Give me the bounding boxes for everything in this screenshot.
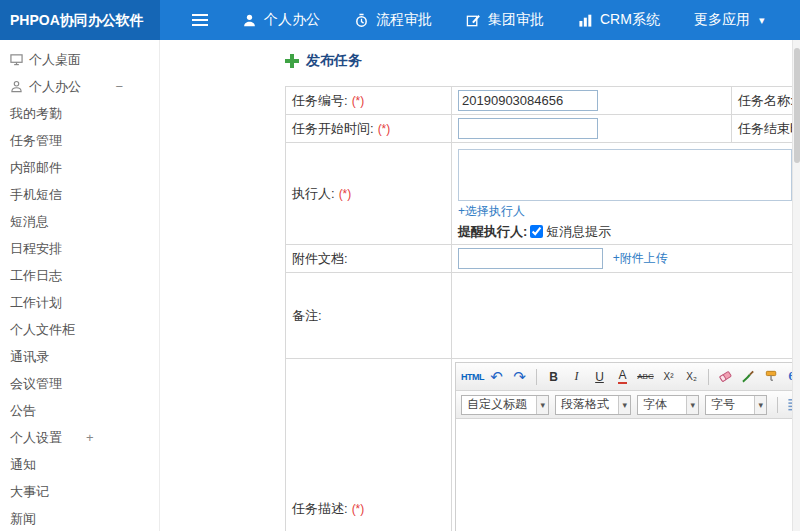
- sidebar-item-work-log[interactable]: 工作日志: [0, 262, 159, 289]
- executor-cell: +选择执行人 提醒执行人: 短消息提示: [452, 143, 793, 245]
- remark-label-cell: 备注:: [286, 273, 452, 359]
- sidebar-item-attendance[interactable]: 我的考勤: [0, 100, 159, 127]
- sidebar-item-meeting[interactable]: 会议管理: [0, 370, 159, 397]
- vertical-scrollbar[interactable]: [792, 40, 800, 531]
- sidebar-item-notice[interactable]: 通知: [0, 451, 159, 478]
- remark-textarea[interactable]: [458, 279, 792, 353]
- redo-button[interactable]: ↷: [509, 366, 530, 387]
- sidebar-item-label: 个人设置: [10, 429, 62, 447]
- sidebar-group-personal-office[interactable]: 个人办公 −: [0, 73, 159, 100]
- sidebar-item-task-management[interactable]: 任务管理: [0, 127, 159, 154]
- sidebar-item-label: 工作计划: [10, 294, 62, 312]
- sidebar-item-label: 个人桌面: [29, 51, 81, 69]
- executor-label-cell: 执行人:(*): [286, 143, 452, 245]
- sidebar-item-label: 个人办公: [29, 78, 81, 96]
- page-title: 发布任务: [285, 52, 362, 70]
- sidebar-item-desktop[interactable]: 个人桌面: [0, 46, 159, 73]
- attachment-label: 附件文档:: [292, 251, 348, 266]
- font-color-letter: A: [618, 369, 626, 384]
- font-color-button[interactable]: A: [612, 366, 633, 387]
- task-number-input[interactable]: [458, 90, 598, 111]
- editor-toolbar-row-2: 自定义标题 ▾ 段落格式 ▾ 字体 ▾ 字号 ▾: [456, 391, 792, 419]
- sidebar-item-announcement[interactable]: 公告: [0, 397, 159, 424]
- attachment-cell: +附件上传: [452, 245, 793, 273]
- sidebar-item-short-message[interactable]: 短消息: [0, 208, 159, 235]
- attachment-input[interactable]: [458, 248, 603, 269]
- subscript-button[interactable]: X₂: [681, 366, 702, 387]
- sidebar-item-label: 我的考勤: [10, 105, 62, 123]
- strikethrough-button[interactable]: ABC: [635, 366, 656, 387]
- chevron-down-icon: ▾: [686, 396, 698, 414]
- required-mark: (*): [339, 187, 352, 201]
- end-time-label-cell: 任务结束时间:(*): [732, 115, 793, 143]
- executor-textarea[interactable]: [458, 149, 792, 201]
- html-source-button[interactable]: HTML: [461, 366, 484, 387]
- task-number-label: 任务编号:: [292, 93, 348, 108]
- person-icon: [10, 80, 23, 93]
- toolbar-separator: [777, 397, 778, 413]
- editor-content-area[interactable]: [456, 419, 792, 531]
- sidebar-item-contacts[interactable]: 通讯录: [0, 343, 159, 370]
- format-brush-icon[interactable]: [738, 366, 759, 387]
- align-left-icon[interactable]: [784, 394, 792, 415]
- font-size-select[interactable]: 字号 ▾: [705, 395, 767, 415]
- expand-icon[interactable]: +: [86, 430, 94, 445]
- nav-crm-system[interactable]: CRM系统: [578, 11, 660, 29]
- sidebar-item-label: 手机短信: [10, 186, 62, 204]
- executor-label: 执行人:: [292, 186, 335, 201]
- sidebar-item-label: 日程安排: [10, 240, 62, 258]
- description-cell: HTML ↶ ↷ B I U A ABC X² X₂: [452, 359, 793, 531]
- sidebar-group-personal-settings[interactable]: 个人设置 +: [0, 424, 159, 451]
- sidebar-item-label: 内部邮件: [10, 159, 62, 177]
- bar-chart-icon: [578, 13, 593, 28]
- sidebar-item-internal-mail[interactable]: 内部邮件: [0, 154, 159, 181]
- nav-personal-office[interactable]: 个人办公: [242, 11, 320, 29]
- toolbar-separator: [536, 369, 537, 385]
- sidebar-item-label: 新闻: [10, 510, 36, 528]
- bold-button[interactable]: B: [543, 366, 564, 387]
- nav-label: CRM系统: [600, 11, 660, 29]
- start-time-input[interactable]: [458, 118, 598, 139]
- paragraph-format-select[interactable]: 段落格式 ▾: [555, 395, 631, 415]
- remind-executor-row: 提醒执行人: 短消息提示: [458, 223, 792, 241]
- page-title-text: 发布任务: [306, 52, 362, 70]
- scrollbar-thumb[interactable]: [794, 48, 800, 163]
- eraser-icon[interactable]: [715, 366, 736, 387]
- start-time-label-cell: 任务开始时间:(*): [286, 115, 452, 143]
- custom-title-select[interactable]: 自定义标题 ▾: [461, 395, 549, 415]
- editor-toolbar-row-1: HTML ↶ ↷ B I U A ABC X² X₂: [456, 363, 792, 391]
- sidebar-item-memorabilia[interactable]: 大事记: [0, 478, 159, 505]
- sidebar-item-work-plan[interactable]: 工作计划: [0, 289, 159, 316]
- sidebar-item-label: 通知: [10, 456, 36, 474]
- rich-text-editor: HTML ↶ ↷ B I U A ABC X² X₂: [455, 362, 792, 531]
- italic-button[interactable]: I: [566, 366, 587, 387]
- sidebar-item-mobile-sms[interactable]: 手机短信: [0, 181, 159, 208]
- chevron-down-icon: ▾: [618, 396, 630, 414]
- main-content: 发布任务 任务编号:(*) 任务名称:(*) 任务开始时间:(*) 任务结: [160, 40, 792, 531]
- underline-button[interactable]: U: [589, 366, 610, 387]
- sidebar-item-schedule[interactable]: 日程安排: [0, 235, 159, 262]
- undo-button[interactable]: ↶: [486, 366, 507, 387]
- task-number-label-cell: 任务编号:(*): [286, 87, 452, 115]
- attachment-upload-link[interactable]: +附件上传: [613, 251, 668, 265]
- sms-remind-checkbox[interactable]: [530, 225, 543, 238]
- paint-format-icon[interactable]: [761, 366, 782, 387]
- blockquote-button[interactable]: 66: [784, 366, 792, 387]
- nav-workflow-approval[interactable]: 流程审批: [354, 11, 432, 29]
- sidebar-item-news[interactable]: 新闻: [0, 505, 159, 531]
- sidebar-item-label: 大事记: [10, 483, 49, 501]
- font-family-select[interactable]: 字体 ▾: [637, 395, 699, 415]
- collapse-icon[interactable]: −: [115, 79, 123, 94]
- desktop-icon: [10, 53, 23, 66]
- select-label: 段落格式: [556, 396, 618, 413]
- remark-label: 备注:: [292, 308, 322, 323]
- nav-group-approval[interactable]: 集团审批: [466, 11, 544, 29]
- superscript-button[interactable]: X²: [658, 366, 679, 387]
- publish-task-form: 任务编号:(*) 任务名称:(*) 任务开始时间:(*) 任务结束时间:(*): [285, 86, 792, 531]
- sidebar-item-file-cabinet[interactable]: 个人文件柜: [0, 316, 159, 343]
- sms-remind-label: 短消息提示: [546, 223, 611, 241]
- sidebar: 个人桌面 个人办公 − 我的考勤 任务管理 内部邮件 手机短信 短消息 日程安排…: [0, 40, 160, 531]
- nav-more-apps[interactable]: 更多应用 ▾: [694, 11, 765, 29]
- choose-executor-link[interactable]: +选择执行人: [458, 204, 525, 218]
- menu-toggle-icon[interactable]: [192, 14, 208, 26]
